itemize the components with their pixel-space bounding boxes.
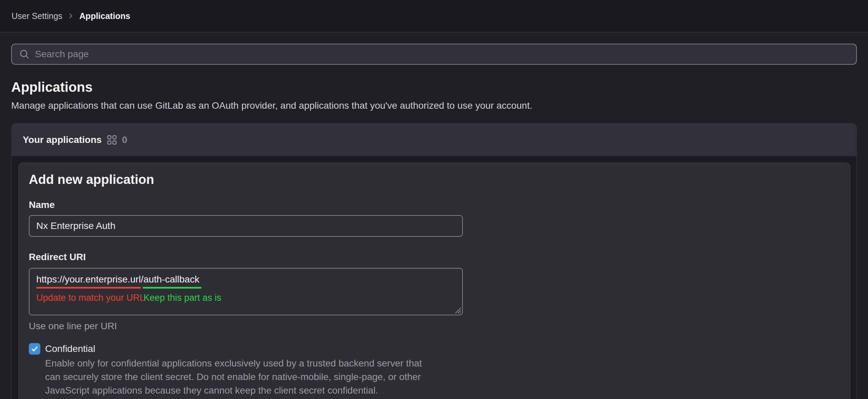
resize-grip-icon[interactable] — [455, 307, 461, 313]
url-annotations: https://your.enterprise.urlUpdate to mat… — [36, 293, 455, 303]
redirect-uri-label: Redirect URI — [29, 252, 840, 262]
red-underline: https://your.enterprise.url — [36, 287, 141, 289]
search-input[interactable] — [35, 44, 849, 64]
breadcrumb-bar: User Settings Applications — [0, 0, 868, 33]
redirect-uri-helper: Use one line per URI — [29, 321, 840, 332]
confidential-checkbox[interactable] — [29, 343, 40, 355]
breadcrumb-user-settings[interactable]: User Settings — [12, 11, 62, 21]
your-applications-title: Your applications — [23, 134, 102, 145]
breadcrumb: User Settings Applications — [12, 11, 130, 21]
name-label: Name — [29, 200, 840, 210]
redirect-uri-textarea[interactable]: https://your.enterprise.url/auth-callbac… — [29, 268, 463, 315]
confidential-label[interactable]: Confidential — [45, 343, 95, 354]
page-title: Applications — [11, 80, 857, 95]
your-applications-panel: Your applications 0 Add new application … — [11, 123, 857, 399]
breadcrumb-applications[interactable]: Applications — [79, 11, 130, 21]
your-applications-body: Add new application Name Redirect URI ht… — [12, 156, 856, 399]
url-annotation-underlines: https://your.enterprise.url/auth-callbac… — [36, 287, 455, 289]
page-content: Applications Manage applications that ca… — [0, 44, 868, 399]
annotation-update-url: Update to match your URL — [36, 293, 141, 303]
add-application-card: Add new application Name Redirect URI ht… — [18, 163, 850, 399]
search-icon — [19, 48, 30, 60]
chevron-right-icon — [67, 12, 75, 20]
search-box[interactable] — [11, 44, 857, 65]
name-input[interactable] — [29, 215, 463, 237]
applications-grid-icon — [107, 135, 117, 145]
green-underline: /auth-callback — [143, 287, 201, 289]
page-description: Manage applications that can use GitLab … — [11, 100, 857, 111]
checkmark-icon — [31, 345, 39, 353]
applications-count-badge: 0 — [122, 134, 127, 145]
your-applications-header: Your applications 0 — [12, 124, 856, 156]
redirect-uri-value: https://your.enterprise.url/auth-callbac… — [36, 273, 455, 286]
confidential-description: Enable only for confidential application… — [45, 357, 840, 397]
annotation-keep-part: Keep this part as is — [143, 293, 221, 303]
add-application-title: Add new application — [29, 172, 840, 187]
